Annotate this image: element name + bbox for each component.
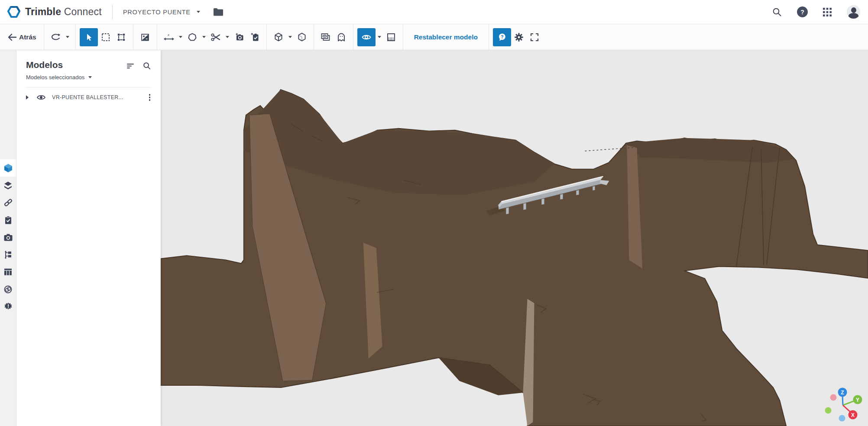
sidebar-item-objects[interactable] (0, 281, 16, 298)
select-cursor-icon (84, 33, 93, 42)
sidebar-item-table[interactable] (0, 263, 16, 281)
top-bar: Trimble Connect PROYECTO PUENTE ? (0, 0, 868, 24)
axis-gizmo[interactable]: Z Y X (821, 384, 865, 422)
ghost-cube-icon (297, 32, 307, 42)
snapshot-tool[interactable] (231, 27, 247, 47)
visibility-options-caret[interactable] (376, 27, 383, 47)
ghost-mode-icon (336, 32, 347, 42)
side-icon-strip (0, 50, 16, 426)
ghost-cube-tool[interactable] (294, 27, 310, 47)
axis-neg-y-dot[interactable] (825, 407, 832, 414)
expand-caret-icon[interactable] (26, 95, 29, 100)
assistance-tool[interactable]: ? (493, 28, 511, 46)
models-filter-dropdown[interactable]: Modelos seleccionados (26, 74, 151, 81)
invert-selection-tool[interactable] (137, 27, 153, 47)
project-caret-down-icon[interactable] (197, 11, 200, 13)
polygon-select-tool[interactable] (113, 27, 129, 47)
viewer-toolbar: Atrás (0, 24, 868, 50)
models-filter-label: Modelos seleccionados (26, 74, 84, 81)
help-button[interactable]: ? (797, 6, 808, 17)
polygon-select-icon (117, 32, 126, 42)
brand-text: Trimble Connect (25, 6, 102, 18)
toolbar-separator (403, 24, 403, 50)
project-name[interactable]: PROYECTO PUENTE (123, 9, 191, 16)
marquee-select-icon (101, 32, 110, 42)
model-visibility-eye-icon[interactable] (36, 94, 46, 101)
orbit-icon (51, 32, 61, 42)
visibility-eye-icon (361, 33, 372, 42)
fullscreen-icon (530, 32, 539, 42)
sidebar-item-links[interactable] (0, 194, 16, 211)
axis-y[interactable]: Y (853, 395, 862, 404)
user-menu-button[interactable] (847, 5, 860, 19)
todo-clipboard-icon (4, 216, 13, 225)
clash-burst-icon (3, 302, 13, 311)
app-launcher-button[interactable] (823, 7, 832, 17)
hatch-surface-icon (386, 32, 396, 42)
global-search-button[interactable] (772, 7, 782, 17)
project-folder-button[interactable] (213, 8, 223, 16)
svg-text:Z: Z (841, 390, 844, 396)
markup-cloud-icon (187, 32, 198, 42)
measure-options-caret[interactable] (177, 27, 185, 47)
toolbar-separator (353, 24, 353, 50)
viewport-3d[interactable]: Z Y X (161, 50, 868, 426)
settings-tool[interactable] (511, 27, 527, 47)
select-cursor-tool[interactable] (80, 28, 98, 46)
toolbar-separator (75, 24, 76, 50)
search-icon (143, 61, 151, 70)
sidebar-item-views[interactable] (0, 229, 16, 246)
app-launcher-icon (823, 7, 832, 17)
sidebar-item-clash[interactable] (0, 298, 16, 315)
hierarchy-icon (3, 250, 13, 259)
visibility-tool[interactable] (357, 28, 376, 46)
folder-icon (213, 8, 223, 16)
clip-tool[interactable] (208, 27, 223, 47)
ghost-mode-tool[interactable] (334, 27, 349, 47)
svg-text:Y: Y (856, 397, 859, 403)
model-name: VR-PUENTE BALLESTER... (52, 94, 147, 100)
help-bubble-icon: ? (497, 32, 507, 42)
axis-neg-z-dot[interactable] (839, 415, 845, 422)
svg-text:?: ? (501, 34, 504, 39)
axis-z[interactable]: Z (838, 388, 847, 397)
orbit-options-caret[interactable] (64, 27, 71, 47)
sidebar-item-todos[interactable] (0, 211, 16, 229)
models-cube-icon (3, 163, 13, 173)
markup-tool[interactable] (185, 27, 200, 47)
snapshot-camera-icon (234, 32, 244, 42)
marquee-select-tool[interactable] (98, 27, 113, 47)
saved-views-tool[interactable] (318, 27, 334, 47)
object-rings-icon (3, 285, 13, 294)
search-models-button[interactable] (143, 61, 151, 70)
back-button[interactable]: Atrás (4, 27, 40, 47)
search-icon (772, 7, 782, 17)
sort-icon (126, 61, 135, 70)
toolbar-separator (314, 24, 314, 50)
sidebar-item-layers[interactable] (0, 177, 16, 194)
clip-options-caret[interactable] (223, 27, 231, 47)
sidebar-item-models[interactable] (0, 159, 16, 177)
add-task-tool[interactable] (247, 27, 262, 47)
toolbar-separator (489, 24, 489, 50)
axis-neg-x-dot[interactable] (830, 394, 837, 401)
view-presets-caret[interactable] (286, 27, 294, 47)
view-presets-tool[interactable] (271, 27, 286, 47)
views-camera-icon (3, 233, 13, 242)
axis-x[interactable]: X (849, 410, 858, 420)
saved-views-icon (320, 32, 331, 42)
sidebar-item-hierarchy[interactable] (0, 246, 16, 263)
measure-icon: x (163, 32, 175, 42)
markup-options-caret[interactable] (200, 27, 208, 47)
hatch-surface-tool[interactable] (383, 27, 399, 47)
model-menu-button[interactable] (147, 92, 152, 103)
reset-model-button[interactable]: Restablecer modelo (414, 33, 478, 41)
terrain-model (161, 50, 868, 426)
measure-tool[interactable]: x (161, 27, 177, 47)
fullscreen-tool[interactable] (527, 27, 542, 47)
sort-models-button[interactable] (126, 61, 135, 70)
models-panel: Modelos (16, 50, 161, 426)
orbit-tool[interactable] (48, 27, 64, 47)
model-tree-row[interactable]: VR-PUENTE BALLESTER... (16, 87, 161, 107)
add-task-clipboard-icon (249, 32, 260, 42)
